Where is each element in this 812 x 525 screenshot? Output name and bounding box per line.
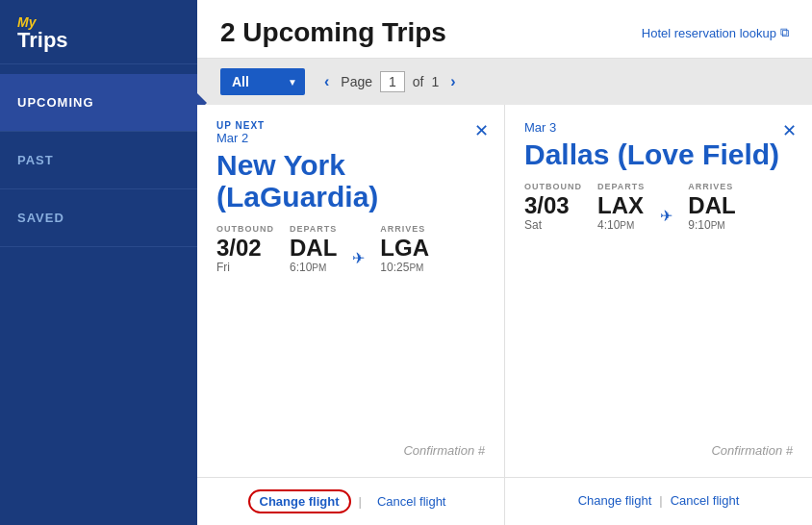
sidebar-item-saved[interactable]: SAVED <box>0 189 197 247</box>
page-next-button[interactable]: › <box>446 73 459 90</box>
filter-dropdown[interactable]: All Flights Hotels Cars <box>220 68 305 95</box>
departs-code-2: LAX <box>597 193 645 218</box>
of-label: of <box>413 74 424 89</box>
trip-1-actions: Change flight | Cancel flight <box>197 477 504 525</box>
total-pages: 1 <box>432 74 440 89</box>
trip-2-actions: Change flight | Cancel flight <box>505 477 812 523</box>
filter-dropdown-wrapper: All Flights Hotels Cars <box>220 68 305 95</box>
page-prev-button[interactable]: ‹ <box>320 73 333 90</box>
arrives-code-1: LGA <box>380 236 429 261</box>
action-divider-1: | <box>359 494 362 509</box>
sidebar-item-upcoming[interactable]: UPCOMING <box>0 74 197 132</box>
trip-actions-1: Change flight | Cancel flight <box>197 477 505 525</box>
page-title: 2 Upcoming Trips <box>220 17 446 48</box>
trip-card-2: ✕ Mar 3 Dallas (Love Field) OUTBOUND 3/0… <box>505 105 812 477</box>
flight-details-2: OUTBOUND 3/03 Sat DEPARTS LAX 4:10PM ✈ A… <box>524 182 793 232</box>
filter-bar: All Flights Hotels Cars ‹ Page 1 of 1 › <box>197 59 812 105</box>
hotel-lookup-link[interactable]: Hotel reservation lookup ⧉ <box>642 25 789 40</box>
sidebar-item-past[interactable]: PAST <box>0 132 197 189</box>
external-link-icon: ⧉ <box>780 25 789 40</box>
current-page: 1 <box>380 71 405 92</box>
trips-list: ✕ UP NEXT Mar 2 New York (LaGuardia) OUT… <box>197 105 812 477</box>
flight-departs-1: DEPARTS DAL 6:10PM <box>290 224 337 274</box>
logo-trips: Trips <box>17 29 180 52</box>
outbound-date-2: 3/03 <box>524 193 582 218</box>
flight-arrives-2: ARRIVES DAL 9:10PM <box>688 182 735 232</box>
bottom-row: Change flight | Cancel flight Change fli… <box>197 477 812 525</box>
page-label: Page <box>341 74 372 89</box>
trip-date-1: Mar 2 <box>216 131 485 145</box>
plane-icon-2: ✈ <box>660 207 672 225</box>
main-header: 2 Upcoming Trips Hotel reservation looku… <box>197 0 812 59</box>
outbound-label-2: OUTBOUND <box>524 182 582 191</box>
cancel-flight-button-2[interactable]: Cancel flight <box>663 489 748 512</box>
trip-close-1[interactable]: ✕ <box>474 120 489 141</box>
confirmation-1: Confirmation # <box>216 282 485 462</box>
trip-city-1: New York (LaGuardia) <box>216 149 485 212</box>
flight-departs-2: DEPARTS LAX 4:10PM <box>597 182 645 232</box>
outbound-date-1: 3/02 <box>216 236 274 261</box>
departs-time-2: 4:10PM <box>597 218 645 232</box>
arrives-time-1: 10:25PM <box>380 261 429 274</box>
flight-arrives-1: ARRIVES LGA 10:25PM <box>380 224 429 274</box>
plane-icon-1: ✈ <box>352 249 365 267</box>
outbound-day-2: Sat <box>524 218 582 232</box>
logo-my: My <box>17 15 180 29</box>
flight-details-1: OUTBOUND 3/02 Fri DEPARTS DAL 6:10PM ✈ A… <box>216 224 485 274</box>
departs-code-1: DAL <box>290 236 337 261</box>
outbound-label-1: OUTBOUND <box>216 224 274 234</box>
arrives-label-2: ARRIVES <box>688 182 735 191</box>
confirmation-2: Confirmation # <box>524 239 793 462</box>
departs-time-1: 6:10PM <box>290 261 337 274</box>
trip-date-2: Mar 3 <box>524 120 793 135</box>
trip-card-1: ✕ UP NEXT Mar 2 New York (LaGuardia) OUT… <box>197 105 505 477</box>
flight-outbound-2: OUTBOUND 3/03 Sat <box>524 182 582 232</box>
sidebar-logo: My Trips <box>0 0 197 64</box>
trip-close-2[interactable]: ✕ <box>782 120 797 141</box>
cancel-flight-button-1[interactable]: Cancel flight <box>369 490 454 512</box>
flight-outbound-1: OUTBOUND 3/02 Fri <box>216 224 274 274</box>
sidebar: My Trips UPCOMING PAST SAVED <box>0 0 197 525</box>
outbound-day-1: Fri <box>216 261 274 274</box>
trip-city-2: Dallas (Love Field) <box>524 138 793 170</box>
arrives-code-2: DAL <box>688 193 735 218</box>
arrives-label-1: ARRIVES <box>380 224 429 234</box>
arrives-time-2: 9:10PM <box>688 218 735 232</box>
main-content: 2 Upcoming Trips Hotel reservation looku… <box>197 0 812 525</box>
app-container: My Trips UPCOMING PAST SAVED 2 Upcoming … <box>0 0 812 525</box>
change-flight-button-1[interactable]: Change flight <box>248 489 351 513</box>
trip-tag-1: UP NEXT <box>216 120 485 131</box>
sidebar-nav: UPCOMING PAST SAVED <box>0 74 197 247</box>
change-flight-button-2[interactable]: Change flight <box>571 489 660 512</box>
departs-label-1: DEPARTS <box>290 224 337 234</box>
trip-actions-2: Change flight | Cancel flight <box>505 477 812 525</box>
departs-label-2: DEPARTS <box>597 182 645 191</box>
pagination: ‹ Page 1 of 1 › <box>320 71 460 92</box>
